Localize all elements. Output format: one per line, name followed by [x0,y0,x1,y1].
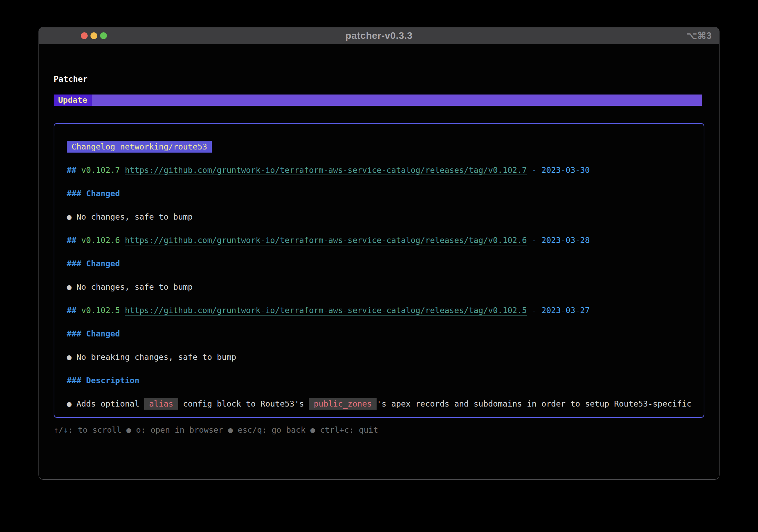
window-titlebar: patcher-v0.3.3 ⌥⌘3 [39,27,719,44]
section-title: Changed [86,329,120,339]
release-link[interactable]: https://github.com/gruntwork-io/terrafor… [125,306,527,315]
close-button[interactable] [81,32,88,39]
h3-marker: ### [67,329,81,339]
release-version: v0.102.7 [81,165,120,175]
section-title: Description [86,376,139,385]
release-heading: ## v0.102.5 https://github.com/gruntwork… [67,304,697,316]
tab-update[interactable]: Update [54,95,92,106]
section-heading: ### Changed [67,328,697,340]
terminal-content: Patcher Update Changelog networking/rout… [39,44,719,436]
tab-bar: Update [54,95,702,106]
section-title: Changed [86,189,120,198]
bullet-text: Adds optional [76,399,139,409]
bullet-text: No changes, safe to bump [76,282,193,292]
changelog-viewport[interactable]: Changelog networking/route53 ## v0.102.7… [54,123,704,418]
h2-marker: ## [67,235,76,245]
h3-marker: ### [67,259,81,268]
release-date: - 2023-03-30 [532,165,590,175]
release-version: v0.102.6 [81,235,120,245]
release-heading: ## v0.102.7 https://github.com/gruntwork… [67,164,697,176]
window-shortcut-hint: ⌥⌘3 [686,27,712,44]
release-date: - 2023-03-27 [532,306,590,315]
section-title: Changed [86,259,120,268]
release-heading: ## v0.102.6 https://github.com/gruntwork… [67,234,697,246]
release-link[interactable]: https://github.com/gruntwork-io/terrafor… [125,235,527,245]
fullscreen-button[interactable] [100,32,107,39]
bullet-icon: ● [67,352,72,362]
h2-marker: ## [67,165,76,175]
bullet-icon: ● [67,212,72,222]
bullet-text: 's apex records and subdomains in order … [377,399,691,409]
terminal-window: patcher-v0.3.3 ⌥⌘3 Patcher Update Change… [39,27,719,480]
release-link[interactable]: https://github.com/gruntwork-io/terrafor… [125,165,527,175]
minimize-button[interactable] [90,32,97,39]
changelog-bullet: ● No breaking changes, safe to bump [67,351,697,363]
changelog-bullet-description: ● Adds optional alias config block to Ro… [67,398,697,410]
changelog-title-badge: Changelog networking/route53 [67,141,212,153]
changelog-bullet: ● No changes, safe to bump [67,281,697,293]
section-heading: ### Description [67,375,697,386]
bullet-text: No changes, safe to bump [76,212,193,222]
h2-marker: ## [67,306,76,315]
app-title: Patcher [54,73,719,85]
bullet-text: config block to Route53's [183,399,304,409]
inline-code-alias: alias [144,398,178,410]
section-heading: ### Changed [67,258,697,269]
help-bar: ↑/↓: to scroll ● o: open in browser ● es… [54,424,719,436]
release-version: v0.102.5 [81,306,120,315]
bullet-icon: ● [67,399,72,409]
window-title: patcher-v0.3.3 [39,30,719,41]
bullet-text: No breaking changes, safe to bump [76,352,236,362]
inline-code-public-zones: public_zones [309,398,377,410]
traffic-lights [81,27,107,44]
bullet-icon: ● [67,282,72,292]
h3-marker: ### [67,189,81,198]
section-heading: ### Changed [67,188,697,199]
release-date: - 2023-03-28 [532,235,590,245]
changelog-bullet: ● No changes, safe to bump [67,211,697,223]
h3-marker: ### [67,376,81,385]
